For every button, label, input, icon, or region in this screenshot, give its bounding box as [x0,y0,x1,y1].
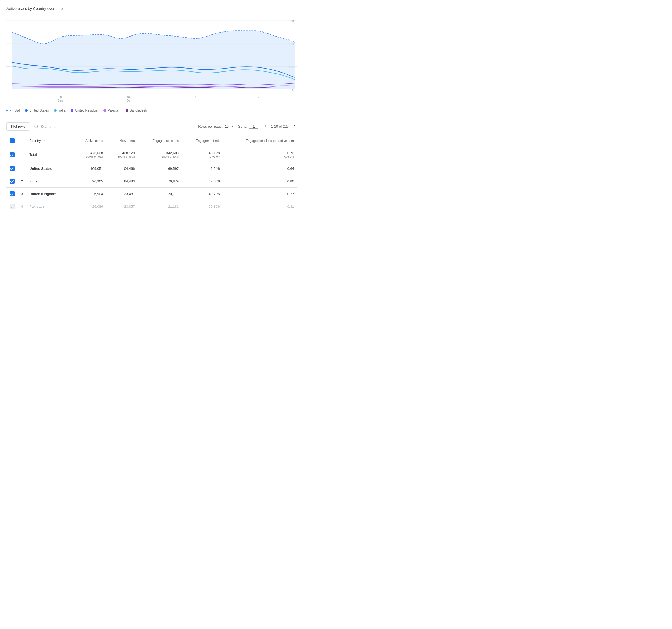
legend-item-uk[interactable]: United Kingdom [71,108,98,112]
search-icon [34,124,39,129]
row3-new-users: 23,481 [106,187,138,200]
row2-engaged-sessions: 76,879 [138,175,182,187]
table-row: 4 Pakistan 26,086 23,857 21,181 50.86% 0… [6,200,297,213]
row4-checkbox[interactable] [10,204,15,209]
row1-engaged-sessions: 69,597 [138,162,182,175]
chevron-right-icon [292,124,296,128]
header-checkbox-col [6,134,18,147]
table-row: 3 United Kingdom 26,904 23,481 20,771 49… [6,187,297,200]
row3-country: United Kingdom [29,192,56,196]
chart-legend: Total United States India United Kingdom… [6,108,297,112]
header-checkbox[interactable] [10,139,15,143]
pagination: 1-10 of 225 [262,123,297,130]
pagination-text: 1-10 of 225 [271,124,289,128]
row4-engaged-sessions: 21,181 [138,200,182,213]
svg-text:Oct: Oct [127,99,131,102]
total-engagement-rate: 48.12% [185,151,221,155]
svg-point-14 [35,125,38,128]
total-checkbox[interactable] [10,152,15,157]
header-engaged-sessions-per-user: Engaged sessions per active user [224,134,297,147]
table-row: 1 United States 109,051 104,466 69,597 4… [6,162,297,175]
country-col-label: Country [29,139,45,143]
plot-rows-button[interactable]: Plot rows [6,122,30,131]
table-row-total: Total 473,628 100% of total 428,120 100%… [6,147,297,162]
row3-engaged-sessions: 20,771 [138,187,182,200]
rows-per-page: Rows per page: 10 [198,124,234,128]
row2-new-users: 84,483 [106,175,138,187]
svg-text:13: 13 [193,95,196,98]
svg-text:20: 20 [258,95,261,98]
row3-esp-user: 0.77 [224,187,297,200]
legend-item-india[interactable]: India [54,108,65,112]
row1-active-users: 109,051 [71,162,106,175]
header-active-users: ↓ Active users [71,134,106,147]
go-to: Go to: [238,124,258,129]
header-engaged-sessions: Engaged sessions [138,134,182,147]
svg-text:29: 29 [58,95,62,98]
header-num-col [18,134,26,147]
sort-arrow: ↓ [83,139,86,143]
svg-text:Sep: Sep [58,99,63,102]
legend-item-pakistan[interactable]: Pakistan [103,108,120,112]
row1-country: United States [29,167,52,171]
total-esp-user-sub: Avg 0% [227,155,294,158]
table-controls: Plot rows Search... Rows per page: 10 Go… [6,119,297,134]
chart-title: Active users by Country over time [6,6,297,11]
next-page-button[interactable] [291,123,297,130]
svg-text:06: 06 [127,95,130,98]
row2-country: India [29,179,38,183]
total-label: Total [29,153,37,157]
filter-down-icon[interactable] [42,139,45,143]
total-engaged-sessions-sub: 100% of total [141,155,179,158]
header-engagement-rate: Engagement rate [182,134,224,147]
total-esp-user: 0.72 [227,151,294,155]
legend-item-us[interactable]: United States [25,108,49,112]
go-to-input[interactable] [249,124,258,129]
row3-checkbox[interactable] [10,191,15,196]
rows-per-page-select[interactable]: 10 [225,124,233,128]
svg-text:30K: 30K [289,19,294,23]
row1-new-users: 104,466 [106,162,138,175]
row4-active-users: 26,086 [71,200,106,213]
add-dimension-button[interactable]: + [48,139,50,143]
total-new-users: 428,120 [110,151,135,155]
total-active-users: 473,628 [74,151,103,155]
row4-engagement-rate: 50.86% [182,200,224,213]
total-engagement-rate-sub: Avg 0% [185,155,221,158]
row2-checkbox[interactable] [10,179,15,183]
chevron-down-icon [230,125,234,128]
prev-page-button[interactable] [262,123,269,130]
row2-engagement-rate: 47.58% [182,175,224,187]
row1-engagement-rate: 46.54% [182,162,224,175]
search-placeholder: Search... [41,124,56,129]
header-new-users: New users [106,134,138,147]
row4-esp-user: 0.81 [224,200,297,213]
legend-item-bangladesh[interactable]: Bangladesh [125,108,147,112]
chart-container: 0 10K 20K 30K 29 Sep 06 Oct 13 20 [6,15,297,106]
search-box[interactable]: Search... [34,124,194,129]
total-active-users-sub: 100% of total [74,155,103,158]
row4-country: Pakistan [29,204,44,208]
header-country-col: Country + [26,134,71,147]
row2-esp-user: 0.80 [224,175,297,187]
row1-checkbox[interactable] [10,166,15,171]
row3-active-users: 26,904 [71,187,106,200]
row2-active-users: 96,305 [71,175,106,187]
data-table: Country + ↓ Active users New users Engag… [6,134,297,213]
row4-new-users: 23,857 [106,200,138,213]
table-row: 2 India 96,305 84,483 76,879 47.58% 0.80 [6,175,297,187]
chevron-left-icon [263,124,268,128]
row1-esp-user: 0.64 [224,162,297,175]
row3-engagement-rate: 49.79% [182,187,224,200]
total-new-users-sub: 100% of total [110,155,135,158]
legend-item-total[interactable]: Total [6,108,20,112]
total-engaged-sessions: 342,608 [141,151,179,155]
